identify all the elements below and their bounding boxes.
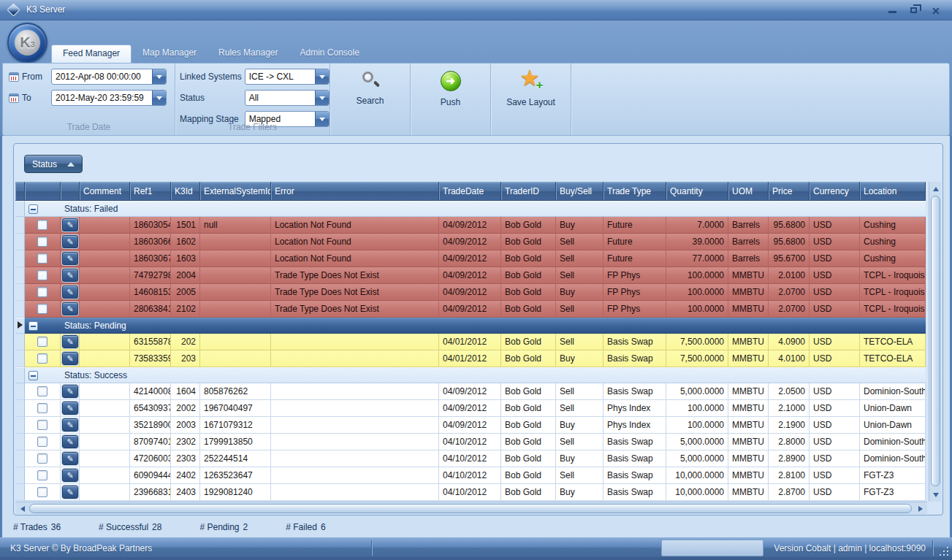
row-checkbox[interactable] [37, 453, 47, 464]
vertical-scrollbar[interactable] [929, 182, 941, 502]
trade-row[interactable]: ✎1860306681602Location Not Found04/09/20… [15, 234, 926, 250]
edit-row-button[interactable]: ✎ [62, 269, 78, 282]
column-header-comment[interactable]: Comment [80, 182, 130, 201]
edit-row-button[interactable]: ✎ [62, 402, 78, 415]
scroll-left-button[interactable] [17, 503, 28, 514]
row-checkbox[interactable] [37, 353, 47, 364]
pencil-icon: ✎ [66, 455, 73, 463]
column-header-uom[interactable]: UOM [728, 182, 769, 201]
trade-row[interactable]: ✎1460815382005Trade Type Does Not Exist0… [15, 284, 926, 301]
edit-row-button[interactable]: ✎ [62, 469, 78, 482]
row-checkbox[interactable] [37, 220, 47, 230]
trade-row[interactable]: ✎2396683192403192908124004/10/2012Bob Go… [15, 484, 926, 501]
column-header-currency[interactable]: Currency [810, 182, 860, 201]
edit-row-button[interactable]: ✎ [62, 218, 78, 231]
row-checkbox[interactable] [37, 386, 47, 396]
tab-map-manager[interactable]: Map Manager [132, 45, 207, 63]
horizontal-scrollbar-thumb[interactable] [29, 504, 912, 513]
group-header-failed[interactable]: Status: Failed [15, 201, 926, 217]
row-checkbox[interactable] [37, 337, 47, 347]
edit-row-button[interactable]: ✎ [62, 235, 78, 248]
scroll-up-button[interactable] [930, 183, 941, 194]
collapse-group-icon[interactable] [28, 371, 38, 380]
pencil-icon: ✎ [66, 421, 73, 429]
edit-row-button[interactable]: ✎ [62, 285, 78, 299]
collapse-group-icon[interactable] [28, 321, 38, 331]
status-select[interactable]: All [245, 90, 330, 106]
vertical-scrollbar-thumb[interactable] [931, 196, 940, 486]
collapse-group-icon[interactable] [28, 204, 38, 214]
cell-currency: USD [810, 467, 860, 484]
tab-feed-manager[interactable]: Feed Manager [51, 45, 132, 63]
linked-systems-dropdown-button[interactable] [315, 69, 329, 84]
trade-row[interactable]: ✎6543093732002196704049704/09/2012Bob Go… [15, 400, 926, 417]
column-header-tradetype[interactable]: Trade Type [603, 182, 666, 201]
edit-row-button[interactable]: ✎ [62, 335, 78, 348]
minimize-button[interactable] [888, 4, 898, 15]
row-checkbox[interactable] [37, 270, 47, 280]
close-button[interactable]: ✕ [932, 4, 942, 15]
to-date-field[interactable]: 2012-May-20 23:59:59 [51, 90, 167, 106]
edit-row-button[interactable]: ✎ [62, 452, 78, 465]
scroll-right-button[interactable] [915, 503, 926, 514]
column-header-buysell[interactable]: Buy/Sell [556, 182, 603, 201]
cell-currency: USD [810, 350, 860, 367]
scroll-down-button[interactable] [930, 489, 941, 500]
group-header-success[interactable]: Status: Success [15, 367, 926, 383]
row-checkbox[interactable] [37, 403, 47, 413]
linked-systems-select[interactable]: ICE -> CXL [245, 69, 330, 85]
row-checkbox[interactable] [37, 420, 47, 430]
trade-row[interactable]: ✎63155878420204/01/2012Bob GoldSellBasis… [15, 334, 926, 350]
column-header-k3id[interactable]: K3Id [171, 182, 200, 201]
save-layout-button[interactable]: ★+ Save Layout [491, 64, 571, 120]
column-header-select[interactable] [25, 182, 61, 201]
column-header-quantity[interactable]: Quantity [666, 182, 728, 201]
search-button[interactable]: Search [330, 64, 410, 120]
group-header-pending[interactable]: Status: Pending [15, 318, 926, 334]
from-date-field[interactable]: 2012-Apr-08 00:00:00 [51, 69, 167, 85]
edit-row-button[interactable]: ✎ [62, 418, 78, 431]
row-checkbox[interactable] [37, 437, 47, 447]
column-header-externalsystemid[interactable]: ExternalSystemId [200, 182, 271, 201]
column-header-error[interactable]: Error [271, 182, 439, 201]
edit-row-button[interactable]: ✎ [62, 252, 78, 265]
edit-row-button[interactable]: ✎ [62, 435, 78, 448]
row-checkbox[interactable] [37, 470, 47, 480]
from-date-dropdown-button[interactable] [152, 69, 166, 84]
column-header-price[interactable]: Price [769, 182, 810, 201]
row-checkbox[interactable] [37, 487, 47, 497]
edit-row-button[interactable]: ✎ [62, 385, 78, 398]
column-header-ref1[interactable]: Ref1 [130, 182, 171, 201]
row-indicator-cell [15, 400, 25, 417]
push-button[interactable]: ➜ Push [411, 64, 490, 120]
trade-row[interactable]: ✎472060030230325224451404/10/2012Bob Gol… [15, 450, 926, 467]
column-header-traderid[interactable]: TraderID [501, 182, 556, 201]
row-checkbox[interactable] [37, 287, 47, 297]
trade-row[interactable]: ✎421400083160480587626204/09/2012Bob Gol… [15, 383, 926, 400]
row-checkbox[interactable] [37, 304, 47, 314]
row-checkbox[interactable] [37, 237, 47, 247]
trade-row[interactable]: ✎3521890002003167107931204/09/2012Bob Go… [15, 417, 926, 434]
restore-button[interactable] [910, 4, 920, 15]
trade-row[interactable]: ✎2806384132102Trade Type Does Not Exist0… [15, 301, 926, 318]
trade-row[interactable]: ✎8709740122302179991385004/10/2012Bob Go… [15, 434, 926, 450]
trade-row[interactable]: ✎7479279882004Trade Type Does Not Exist0… [15, 267, 926, 284]
trade-row[interactable]: ✎73583359720304/01/2012Bob GoldBuyBasis … [15, 350, 926, 367]
edit-row-button[interactable]: ✎ [62, 352, 78, 365]
tab-rules-manager[interactable]: Rules Manager [207, 45, 289, 63]
column-header-location[interactable]: Location [860, 182, 926, 201]
row-checkbox[interactable] [37, 253, 47, 264]
to-date-dropdown-button[interactable] [152, 91, 166, 105]
tab-admin-console[interactable]: Admin Console [289, 45, 370, 63]
status-dropdown-button[interactable] [315, 91, 329, 105]
group-by-chip-status[interactable]: Status [24, 155, 83, 173]
edit-row-button[interactable]: ✎ [62, 486, 78, 499]
edit-row-button[interactable]: ✎ [62, 302, 78, 315]
column-header-tradedate[interactable]: TradeDate [439, 182, 501, 201]
trade-row[interactable]: ✎1860305471501nullLocation Not Found04/0… [15, 217, 926, 234]
column-header-edit[interactable] [61, 182, 80, 201]
trade-row[interactable]: ✎1860306701603Location Not Found04/09/20… [15, 250, 926, 267]
horizontal-scrollbar[interactable] [15, 502, 927, 514]
trade-row[interactable]: ✎6090944462402126352364704/10/2012Bob Go… [15, 467, 926, 484]
resize-grip[interactable] [940, 547, 948, 556]
